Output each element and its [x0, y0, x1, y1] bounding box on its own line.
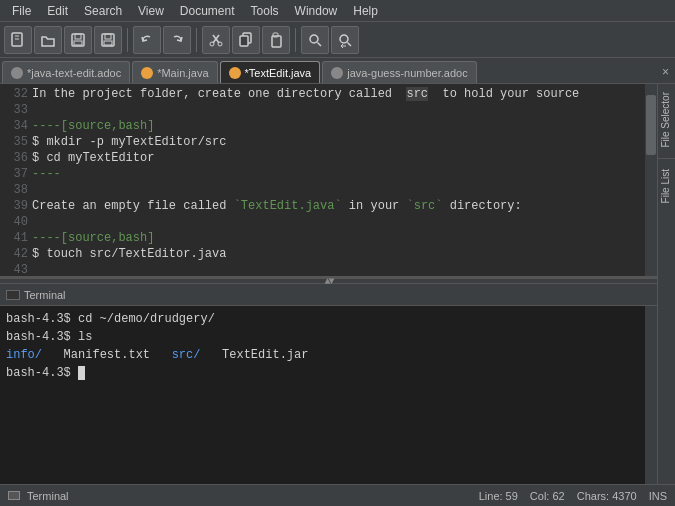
terminal-title: Terminal	[24, 289, 66, 301]
menu-search[interactable]: Search	[76, 2, 130, 20]
menu-view[interactable]: View	[130, 2, 172, 20]
close-tab-button[interactable]: ×	[658, 61, 673, 83]
tab-label-java-guess-number: java-guess-number.adoc	[347, 67, 467, 79]
terminal-pane: Terminal bash-4.3$ cd ~/demo/drudgery/ b…	[0, 284, 657, 484]
svg-text:+: +	[110, 42, 114, 48]
tab-bar: *java-text-edit.adoc *Main.java *TextEdi…	[0, 58, 675, 84]
undo-button[interactable]	[133, 26, 161, 54]
terminal-icon	[6, 290, 20, 300]
terminal-scrollbar[interactable]	[645, 306, 657, 484]
editor-content[interactable]: 32In the project folder, create one dire…	[0, 84, 657, 276]
tab-icon-java-guess-number	[331, 67, 343, 79]
tab-label-java-text-edit: *java-text-edit.adoc	[27, 67, 121, 79]
paste-button[interactable]	[262, 26, 290, 54]
svg-line-19	[318, 42, 322, 46]
status-terminal-icon	[8, 491, 20, 500]
tab-textedit-java[interactable]: *TextEdit.java	[220, 61, 321, 83]
editor-pane: 32In the project folder, create one dire…	[0, 84, 657, 484]
file-selector-label[interactable]: File Selector	[658, 84, 675, 156]
svg-point-18	[310, 35, 318, 43]
redo-button[interactable]	[163, 26, 191, 54]
terminal-header: Terminal	[0, 284, 657, 306]
search-replace-button[interactable]	[331, 26, 359, 54]
status-right: Line: 59 Col: 62 Chars: 4370 INS	[479, 490, 667, 502]
status-chars: Chars: 4370	[577, 490, 637, 502]
toolbar-separator-3	[295, 28, 296, 52]
status-bar: Terminal Line: 59 Col: 62 Chars: 4370 IN…	[0, 484, 675, 506]
search-button[interactable]	[301, 26, 329, 54]
copy-button[interactable]	[232, 26, 260, 54]
right-panel-divider	[658, 158, 675, 159]
new-button[interactable]	[4, 26, 32, 54]
editor-top: 32In the project folder, create one dire…	[0, 84, 657, 278]
svg-point-20	[340, 35, 348, 43]
open-button[interactable]	[34, 26, 62, 54]
menu-edit[interactable]: Edit	[39, 2, 76, 20]
cut-button[interactable]	[202, 26, 230, 54]
svg-rect-5	[74, 41, 82, 45]
save-button[interactable]	[64, 26, 92, 54]
menu-help[interactable]: Help	[345, 2, 386, 20]
tab-main-java[interactable]: *Main.java	[132, 61, 217, 83]
editor-scrollbar[interactable]	[645, 84, 657, 276]
status-col: Col: 62	[530, 490, 565, 502]
menu-window[interactable]: Window	[287, 2, 346, 20]
status-ins: INS	[649, 490, 667, 502]
terminal-content[interactable]: bash-4.3$ cd ~/demo/drudgery/ bash-4.3$ …	[0, 306, 657, 386]
svg-point-13	[218, 42, 222, 46]
menu-file[interactable]: File	[4, 2, 39, 20]
tab-icon-java-text-edit	[11, 67, 23, 79]
tab-label-textedit-java: *TextEdit.java	[245, 67, 312, 79]
svg-point-12	[210, 42, 214, 46]
tab-icon-main-java	[141, 67, 153, 79]
status-line: Line: 59	[479, 490, 518, 502]
save-as-button[interactable]: +	[94, 26, 122, 54]
tab-java-guess-number[interactable]: java-guess-number.adoc	[322, 61, 476, 83]
menu-bar: File Edit Search View Document Tools Win…	[0, 0, 675, 22]
right-panel: File Selector File List	[657, 84, 675, 484]
status-terminal-label: Terminal	[27, 490, 69, 502]
status-left: Terminal	[8, 490, 69, 502]
main-area: 32In the project folder, create one dire…	[0, 84, 675, 484]
toolbar-separator-1	[127, 28, 128, 52]
file-list-label[interactable]: File List	[658, 161, 675, 211]
tab-java-text-edit[interactable]: *java-text-edit.adoc	[2, 61, 130, 83]
svg-rect-16	[272, 36, 281, 47]
toolbar-separator-2	[196, 28, 197, 52]
svg-line-21	[348, 42, 352, 46]
toolbar: +	[0, 22, 675, 58]
tab-icon-textedit-java	[229, 67, 241, 79]
menu-document[interactable]: Document	[172, 2, 243, 20]
editor-scrollbar-thumb[interactable]	[646, 95, 656, 155]
menu-tools[interactable]: Tools	[243, 2, 287, 20]
svg-rect-15	[240, 36, 248, 46]
tab-label-main-java: *Main.java	[157, 67, 208, 79]
